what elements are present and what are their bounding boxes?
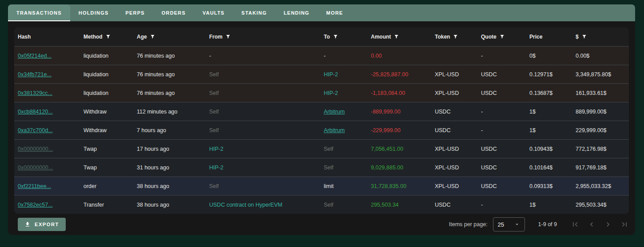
- tab-transactions[interactable]: TRANSACTIONS: [8, 4, 70, 21]
- filter-icon[interactable]: [582, 34, 587, 39]
- tab-orders[interactable]: ORDERS: [153, 4, 194, 21]
- hash-link[interactable]: 0x381329cc...: [18, 90, 52, 96]
- table-row: 0x34fb721e...liquidation76 minutes agoSe…: [14, 65, 629, 84]
- method-cell: Withdraw: [83, 127, 107, 133]
- table-row: 0x00000000...Twap31 hours agoHIP-2Self9,…: [14, 158, 629, 177]
- hash-link[interactable]: 0x7582ec57...: [18, 202, 53, 208]
- price-cell: 1$: [529, 109, 536, 115]
- export-button[interactable]: EXPORT: [18, 218, 66, 231]
- hash-link[interactable]: 0x34fb721e...: [18, 71, 52, 78]
- table-row: 0x7582ec57...Transfer38 hours agoUSDC co…: [14, 196, 629, 214]
- tab-holdings[interactable]: HOLDINGS: [70, 4, 117, 21]
- filter-icon[interactable]: [150, 34, 155, 39]
- usd-cell: 295,503.34$: [576, 202, 607, 208]
- column-label: $: [576, 34, 579, 40]
- token-cell: USDC: [435, 127, 450, 133]
- last-page-button[interactable]: [616, 216, 632, 233]
- filter-icon[interactable]: [333, 34, 338, 39]
- token-cell: XPL-USD: [435, 183, 459, 189]
- quote-cell: USDC: [481, 183, 497, 189]
- amount-cell: 7,056,451.00: [371, 146, 403, 152]
- page-size-select[interactable]: 25: [493, 217, 525, 231]
- filter-icon[interactable]: [226, 34, 231, 39]
- method-cell: liquidation: [83, 53, 108, 59]
- last-page-icon: [620, 220, 629, 229]
- method-cell: Transfer: [83, 202, 104, 208]
- hash-link[interactable]: 0x00000000...: [18, 146, 53, 152]
- amount-cell: 0.00: [371, 53, 382, 59]
- from-cell: Self: [209, 127, 219, 133]
- column-header-price: Price: [526, 27, 572, 47]
- first-page-icon: [571, 220, 580, 229]
- transactions-table: HashMethodAgeFromToAmountTokenQuotePrice…: [14, 27, 629, 214]
- from-cell: -: [209, 53, 211, 59]
- to-cell[interactable]: HIP-2: [324, 71, 338, 78]
- filter-icon[interactable]: [453, 34, 458, 39]
- column-header-age: Age: [133, 27, 206, 47]
- column-label: Quote: [481, 34, 497, 40]
- amount-cell: 295,503.34: [371, 202, 399, 208]
- from-cell[interactable]: HIP-2: [209, 165, 223, 171]
- page-range-label: 1-9 of 9: [538, 221, 557, 227]
- method-cell: Twap: [83, 165, 97, 171]
- column-header-token: Token: [431, 27, 477, 47]
- tab-more[interactable]: MORE: [318, 4, 352, 21]
- filter-icon[interactable]: [500, 34, 505, 39]
- to-cell: -: [324, 53, 326, 59]
- tab-perps[interactable]: PERPS: [117, 4, 153, 21]
- hash-link[interactable]: 0xcb884120...: [18, 109, 53, 115]
- amount-cell: 31,728,835.00: [371, 183, 406, 189]
- method-cell: order: [83, 183, 96, 189]
- tab-lending[interactable]: LENDING: [275, 4, 318, 21]
- filter-icon[interactable]: [394, 34, 399, 39]
- to-cell[interactable]: Arbitrum: [324, 109, 345, 115]
- export-button-label: EXPORT: [35, 222, 59, 227]
- tab-vaults[interactable]: VAULTS: [194, 4, 233, 21]
- column-header-hash: Hash: [14, 27, 80, 47]
- hash-link[interactable]: 0xa37c700d...: [18, 127, 53, 133]
- chevron-right-icon: [604, 220, 612, 229]
- usd-cell: 229,999.00$: [576, 127, 607, 133]
- quote-cell: -: [481, 53, 483, 59]
- from-cell: Self: [209, 183, 219, 189]
- amount-cell: 9,029,885.00: [371, 165, 403, 171]
- method-cell: liquidation: [83, 90, 108, 96]
- hash-link[interactable]: 0x05f214ed...: [18, 53, 52, 59]
- page: TRANSACTIONSHOLDINGSPERPSORDERSVAULTSSTA…: [0, 0, 644, 247]
- quote-cell: -: [481, 109, 483, 115]
- age-cell: 38 hours ago: [137, 202, 169, 208]
- table-body: 0x05f214ed...liquidation76 minutes ago--…: [14, 47, 629, 214]
- tab-staking[interactable]: STAKING: [233, 4, 275, 21]
- column-label: Amount: [371, 34, 391, 40]
- age-cell: 112 minutes ago: [137, 109, 178, 115]
- table-row: 0xf2211bee...order38 hours agoSelflimit3…: [14, 177, 629, 196]
- transactions-card: HashMethodAgeFromToAmountTokenQuotePrice…: [8, 21, 635, 235]
- from-cell: Self: [209, 90, 219, 96]
- age-cell: 7 hours ago: [137, 127, 166, 133]
- prev-page-button[interactable]: [583, 216, 600, 233]
- age-cell: 31 hours ago: [137, 165, 169, 171]
- transactions-table-wrap: HashMethodAgeFromToAmountTokenQuotePrice…: [14, 27, 629, 214]
- from-cell[interactable]: USDC contract on HyperEVM: [209, 202, 282, 208]
- method-cell: Twap: [83, 146, 97, 152]
- method-cell: liquidation: [83, 71, 108, 78]
- first-page-button[interactable]: [567, 216, 583, 233]
- next-page-button[interactable]: [600, 216, 616, 233]
- usd-cell: 772,176.98$: [576, 146, 607, 152]
- hash-link[interactable]: 0xf2211bee...: [18, 183, 51, 189]
- filter-icon[interactable]: [106, 34, 111, 39]
- hash-link[interactable]: 0x00000000...: [18, 165, 53, 171]
- table-row: 0xa37c700d...Withdraw7 hours agoSelfArbi…: [14, 121, 629, 140]
- quote-cell: -: [481, 202, 483, 208]
- age-cell: 38 hours ago: [137, 183, 169, 189]
- to-cell[interactable]: HIP-2: [324, 90, 338, 96]
- token-cell: XPL-USD: [435, 90, 459, 96]
- table-row: 0x05f214ed...liquidation76 minutes ago--…: [14, 47, 629, 65]
- usd-cell: 0.00$: [576, 53, 589, 59]
- to-cell[interactable]: Arbitrum: [324, 127, 345, 133]
- usd-cell: 889,999.00$: [576, 109, 607, 115]
- column-header-from: From: [206, 27, 320, 47]
- from-cell[interactable]: HIP-2: [209, 146, 223, 152]
- column-label: To: [324, 34, 330, 40]
- age-cell: 17 hours ago: [137, 146, 169, 152]
